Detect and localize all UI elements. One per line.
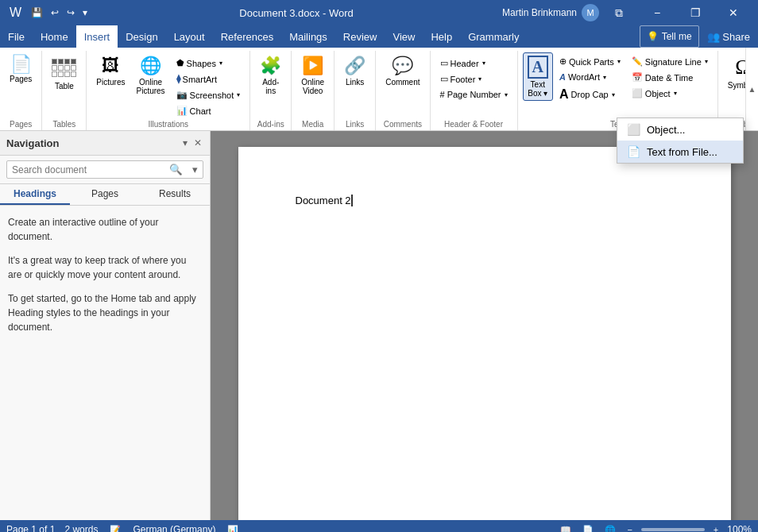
links-group-label: Links	[339, 118, 370, 129]
search-options-btn[interactable]: ▾	[188, 161, 203, 178]
smartart-btn[interactable]: ⧫ SmartArt	[172, 71, 246, 87]
signature-line-btn[interactable]: ✏️ Signature Line ▾	[627, 54, 713, 69]
footer-dropdown-icon: ▾	[478, 75, 481, 83]
menu-home[interactable]: Home	[33, 25, 76, 48]
tab-results[interactable]: Results	[140, 184, 210, 205]
footer-icon: ▭	[440, 74, 448, 84]
menu-review[interactable]: Review	[335, 25, 385, 48]
pages-group-label: Pages	[5, 118, 37, 129]
document-content[interactable]: Document 2	[296, 195, 674, 206]
title-bar: W 💾 ↩ ↪ ▾ Document 3.docx - Word Martin …	[0, 0, 758, 25]
undo-quick-btn[interactable]: ↩	[48, 6, 62, 20]
nav-search-area: 🔍 ▾	[0, 156, 210, 184]
illustrations-group-label: Illustrations	[91, 118, 245, 129]
redo-quick-btn[interactable]: ↪	[64, 6, 78, 20]
object-dropdown-icon: ▾	[674, 90, 677, 97]
signature-line-icon: ✏️	[632, 56, 643, 67]
text-cursor	[351, 195, 353, 206]
ribbon-group-header-footer: ▭ Header ▾ ▭ Footer ▾ # Page Number ▾ He…	[431, 51, 518, 130]
zoom-slider[interactable]	[641, 528, 705, 531]
screenshot-icon: 📷	[176, 90, 188, 100]
tab-pages[interactable]: Pages	[70, 184, 140, 205]
nav-panel-close-btn[interactable]: ✕	[192, 136, 203, 150]
menu-file[interactable]: File	[0, 25, 33, 48]
document-page: Document 2	[238, 147, 731, 520]
page-number-btn[interactable]: # Page Number ▾	[435, 87, 512, 102]
addins-btn[interactable]: 🧩 Add-ins	[255, 52, 286, 98]
maximize-btn[interactable]: ❐	[677, 0, 714, 25]
date-time-icon: 📅	[632, 72, 643, 83]
save-quick-btn[interactable]: 💾	[28, 6, 46, 20]
header-btn[interactable]: ▭ Header ▾	[435, 56, 512, 71]
comment-btn[interactable]: 💬 Comment	[381, 52, 424, 90]
main-area: Navigation ▾ ✕ 🔍 ▾ Headings Pages Result…	[0, 131, 758, 520]
links-btn[interactable]: 🔗 Links	[339, 52, 370, 90]
menu-design[interactable]: Design	[118, 25, 165, 48]
menu-insert[interactable]: Insert	[76, 25, 118, 48]
nav-search-box[interactable]: 🔍 ▾	[6, 160, 203, 179]
dropdown-item-object[interactable]: ⬜ Object...	[617, 118, 743, 141]
ribbon-group-links: 🔗 Links Links	[335, 51, 376, 130]
ribbon-group-addins: 🧩 Add-ins Add-ins	[250, 51, 292, 130]
nav-hint-3: To get started, go to the Home tab and a…	[8, 291, 202, 334]
chart-btn[interactable]: 📊 Chart	[172, 103, 246, 118]
tables-group-label: Tables	[47, 118, 81, 129]
table-label: Table	[55, 82, 74, 91]
text-box-icon: A	[528, 56, 548, 79]
ribbon-group-media: ▶️ OnlineVideo Media	[292, 51, 335, 130]
screenshot-btn[interactable]: 📷 Screenshot ▾	[172, 87, 246, 102]
close-btn[interactable]: ✕	[715, 0, 752, 25]
nav-panel-options-btn[interactable]: ▾	[181, 136, 189, 150]
ribbon-collapse-btn[interactable]: ▲	[745, 48, 758, 130]
text-box-btn[interactable]: A TextBox ▾	[523, 52, 553, 101]
avatar: M	[582, 4, 599, 21]
links-icon: 🔗	[344, 56, 365, 76]
minimize-btn[interactable]: −	[639, 0, 675, 25]
pictures-btn[interactable]: 🖼 Pictures	[91, 52, 130, 90]
online-video-btn[interactable]: ▶️ OnlineVideo	[296, 52, 329, 98]
menu-grammarly[interactable]: Grammarly	[460, 25, 527, 48]
track-changes-icon[interactable]: 📊	[225, 525, 241, 533]
object-ribbon-btn[interactable]: ⬜ Object ▾	[627, 86, 713, 101]
restore-down-btn[interactable]: ⧉	[601, 0, 637, 25]
wordart-btn[interactable]: A WordArt ▾	[555, 70, 625, 84]
date-time-btn[interactable]: 📅 Date & Time	[627, 70, 713, 85]
dropdown-item-text-from-file[interactable]: 📄 Text from File...	[617, 141, 743, 163]
text-from-file-icon: 📄	[627, 145, 640, 158]
tab-headings[interactable]: Headings	[0, 184, 70, 205]
menu-view[interactable]: View	[385, 25, 423, 48]
web-layout-btn[interactable]: 🌐	[602, 525, 618, 533]
document-area[interactable]: Document 2	[211, 131, 758, 520]
table-btn[interactable]: Table	[47, 52, 81, 94]
document-text: Document 2	[296, 195, 351, 206]
online-pictures-btn[interactable]: 🌐 OnlinePictures	[131, 52, 169, 98]
quick-parts-btn[interactable]: ⊕ Quick Parts ▾	[555, 54, 625, 69]
shapes-icon: ⬟	[176, 58, 184, 68]
footer-btn[interactable]: ▭ Footer ▾	[435, 71, 512, 87]
menu-mailings[interactable]: Mailings	[281, 25, 335, 48]
ribbon-group-pages: 📄 Pages Pages	[0, 51, 42, 130]
zoom-in-btn[interactable]: +	[711, 525, 721, 532]
shapes-btn[interactable]: ⬟ Shapes ▾	[172, 56, 246, 71]
menu-help[interactable]: Help	[423, 25, 460, 48]
online-pictures-icon: 🌐	[140, 56, 161, 76]
print-layout-btn[interactable]: 📄	[580, 525, 596, 533]
menu-references[interactable]: References	[213, 25, 281, 48]
status-bar-right: 📖 📄 🌐 − + 100%	[558, 524, 752, 532]
read-mode-btn[interactable]: 📖	[558, 525, 574, 533]
lightbulb-icon: 💡	[647, 31, 659, 42]
drop-cap-btn[interactable]: A Drop Cap ▾	[555, 85, 625, 104]
menu-layout[interactable]: Layout	[166, 25, 213, 48]
search-input[interactable]	[7, 162, 164, 178]
comments-group-label: Comments	[381, 118, 424, 129]
addins-group-label: Add-ins	[255, 118, 286, 129]
search-btn[interactable]: 🔍	[164, 161, 188, 178]
zoom-out-btn[interactable]: −	[625, 525, 634, 532]
tell-me-bar[interactable]: 💡 Tell me	[640, 25, 699, 48]
customize-qa-btn[interactable]: ▾	[79, 6, 91, 20]
share-btn[interactable]: 👥 Share	[699, 25, 758, 48]
navigation-panel: Navigation ▾ ✕ 🔍 ▾ Headings Pages Result…	[0, 131, 211, 520]
pages-btn[interactable]: 📄 Pages	[5, 52, 37, 87]
media-group-label: Media	[296, 118, 329, 129]
proofing-icon[interactable]: 📝	[107, 525, 123, 533]
